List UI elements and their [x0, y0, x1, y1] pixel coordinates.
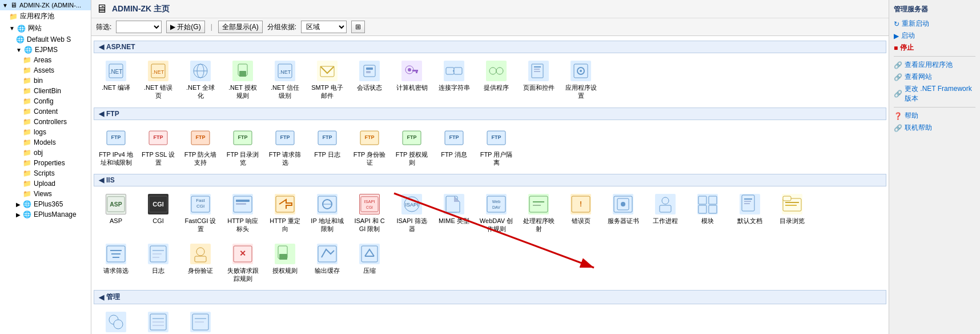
icon-auth-rules[interactable]: 授权规则: [265, 241, 305, 286]
icon-compress[interactable]: 压缩: [350, 241, 389, 286]
sidebar-item-eplusmanage[interactable]: ▶ 🌐 EPlusManage: [0, 209, 91, 220]
icon-net-compile[interactable]: .NET .NET 编译: [96, 58, 136, 103]
net-compile-label: .NET 编译: [102, 84, 130, 92]
action-help[interactable]: ❓ 帮助: [894, 111, 975, 121]
icon-ftp-log[interactable]: FTP FTP 日志: [307, 125, 347, 170]
icon-net-trust[interactable]: .NET .NET 信任级别: [265, 58, 305, 103]
icon-machine-key[interactable]: 计算机密钥: [392, 58, 432, 103]
sidebar-item-admin-zk[interactable]: ▼ 🖥 ADMIN-ZK (ADMIN-...: [0, 0, 91, 10]
action-online-help[interactable]: 🔗 联机帮助: [894, 123, 975, 133]
icon-config-editor[interactable]: 配置编辑器: [180, 309, 220, 334]
sidebar-item-eplus365[interactable]: ▶ 🌐 EPlus365: [0, 199, 91, 209]
action-restart[interactable]: ↻ 重新启动: [894, 19, 975, 29]
sidebar-item-controllers[interactable]: 📁 Controllers: [0, 117, 91, 127]
icon-net-global[interactable]: .NET 全球化: [180, 58, 220, 103]
asp-icon: ASP: [106, 194, 126, 214]
icon-fastcgi[interactable]: FastCGI FastCGI 设置: [180, 191, 220, 236]
icon-isapi-filter[interactable]: ISAPI ISAPI 筛选器: [392, 191, 432, 236]
sidebar-item-content[interactable]: 📁 Content: [0, 106, 91, 117]
action-change-net[interactable]: 🔗 更改 .NET Framework 版本: [894, 84, 975, 104]
icon-ftp-ssl[interactable]: FTP FTP SSL 设置: [138, 125, 178, 170]
section-label: 管理: [106, 292, 120, 302]
svg-text:✕: ✕: [239, 249, 246, 258]
icon-worker[interactable]: 工作进程: [645, 191, 685, 236]
icon-smtp[interactable]: SMTP 电子邮件: [307, 58, 347, 103]
filter-select[interactable]: [116, 21, 162, 33]
icon-ftp-msg[interactable]: FTP FTP 消息: [434, 125, 474, 170]
sidebar-item-app-pool[interactable]: 📁 应用程序池: [0, 10, 91, 22]
icon-ip-domain[interactable]: IP 地址和域限制: [307, 191, 347, 236]
sidebar-item-assets[interactable]: 📁 Assets: [0, 65, 91, 75]
icon-asp[interactable]: ASP ASP: [96, 191, 136, 236]
sidebar-item-sites[interactable]: ▼ 🌐 网站: [0, 22, 91, 34]
site-icon: 🌐: [17, 25, 26, 33]
sidebar-item-config[interactable]: 📁 Config: [0, 96, 91, 106]
icon-ftp-ipv4[interactable]: FTP FTP IPv4 地址和域限制: [96, 125, 136, 170]
sidebar-item-clientbin[interactable]: 📁 ClientBin: [0, 86, 91, 96]
icon-pages-ctrl[interactable]: 页面和控件: [519, 58, 559, 103]
page-title: ADMIN-ZK 主页: [112, 4, 170, 14]
section-label: FTP: [106, 110, 119, 118]
icon-default-doc[interactable]: 默认文档: [730, 191, 770, 236]
icon-ftp-auth[interactable]: FTP FTP 身份验证: [350, 125, 389, 170]
sidebar-item-scripts[interactable]: 📁 Scripts: [0, 168, 91, 178]
icon-ftp-request[interactable]: FTP FTP 请求筛选: [265, 125, 305, 170]
icon-mime[interactable]: MIME 类型: [434, 191, 474, 236]
show-all-button[interactable]: 全部显示(A): [218, 21, 263, 33]
icon-shared-config[interactable]: 共享的配置: [138, 309, 178, 334]
icon-webdav[interactable]: WebDAV WebDAV 创作规则: [476, 191, 516, 236]
icon-handler[interactable]: 处理程序映射: [519, 191, 559, 236]
sidebar-item-default-web[interactable]: 🌐 Default Web S: [0, 34, 91, 45]
icon-provider[interactable]: 提供程序: [476, 58, 516, 103]
icon-failed-req[interactable]: ✕ 失败请求跟踪规则: [223, 241, 263, 286]
icon-http-response[interactable]: HTTP 响应标头: [223, 191, 263, 236]
sidebar-item-logs[interactable]: 📁 logs: [0, 127, 91, 137]
icon-output-cache[interactable]: 输出缓存: [307, 241, 347, 286]
icon-server-cert[interactable]: 服务器证书: [603, 191, 643, 236]
icon-request-filter[interactable]: 请求筛选: [96, 241, 136, 286]
icon-session[interactable]: 会话状态: [350, 58, 389, 103]
icon-net-error[interactable]: .NET .NET 错误页: [138, 58, 178, 103]
icon-net-auth[interactable]: .NET 授权规则: [223, 58, 263, 103]
action-stop[interactable]: ■ 停止: [894, 43, 975, 53]
sidebar-label: EPlus365: [34, 200, 63, 208]
sidebar-item-ejpms[interactable]: ▼ 🌐 EJPMS: [0, 45, 91, 55]
icon-error-pages[interactable]: ! 错误页: [561, 191, 601, 236]
action-start[interactable]: ▶ 启动: [894, 31, 975, 41]
icon-ftp-firewall[interactable]: FTP FTP 防火墙支持: [180, 125, 220, 170]
icon-app-settings[interactable]: 应用程序设置: [561, 58, 601, 103]
icon-cgi[interactable]: CGI CGI: [138, 191, 178, 236]
icon-ftp-browse[interactable]: FTP FTP 目录浏览: [223, 125, 263, 170]
icon-logging[interactable]: 日志: [138, 241, 178, 286]
sidebar-item-upload[interactable]: 📁 Upload: [0, 178, 91, 189]
handler-icon: [528, 194, 549, 214]
action-view-pool[interactable]: 🔗 查看应用程序池: [894, 60, 975, 70]
isapi-filter-icon: ISAPI: [401, 194, 422, 214]
icon-dir-browse[interactable]: 目录浏览: [772, 191, 812, 236]
show-all-label: 全部显示(A): [222, 22, 259, 32]
folder-icon: 📁: [23, 56, 31, 64]
icon-feature-delegate[interactable]: 功能委派: [96, 309, 136, 334]
icon-ftp-perm[interactable]: FTP FTP 授权规则: [392, 125, 432, 170]
icon-modules[interactable]: 模块: [688, 191, 728, 236]
icon-conn-str[interactable]: 连接字符串: [434, 58, 474, 103]
right-panel: 管理服务器 ↻ 重新启动 ▶ 启动 ■ 停止 🔗 查看应用程序池 🔗 查看网站 …: [889, 0, 980, 334]
machine-key-icon: [401, 61, 422, 81]
sidebar-item-areas[interactable]: 📁 Areas: [0, 55, 91, 65]
sidebar-item-models[interactable]: 📁 Models: [0, 137, 91, 148]
sidebar-item-bin[interactable]: 📁 bin: [0, 75, 91, 86]
sidebar-item-obj[interactable]: 📁 obj: [0, 148, 91, 158]
icon-http-redirect[interactable]: HTTP 重定向: [265, 191, 305, 236]
view-button[interactable]: ⊞: [351, 21, 365, 33]
start-button[interactable]: ▶ 开始(G): [166, 21, 204, 33]
sidebar-label: Upload: [34, 180, 55, 188]
group-select[interactable]: 区域: [301, 21, 347, 33]
action-view-sites[interactable]: 🔗 查看网站: [894, 72, 975, 82]
icon-ftp-iso[interactable]: FTP FTP 用户隔离: [476, 125, 516, 170]
sidebar-item-views[interactable]: 📁 Views: [0, 189, 91, 199]
icon-auth[interactable]: 身份验证: [180, 241, 220, 286]
sidebar-item-properties[interactable]: 📁 Properties: [0, 158, 91, 168]
icon-isapi-cgi[interactable]: ISAPICGI ISAPI 和 CGI 限制: [350, 191, 389, 236]
folder-icon: 📁: [23, 138, 31, 146]
separator: |: [211, 23, 212, 31]
